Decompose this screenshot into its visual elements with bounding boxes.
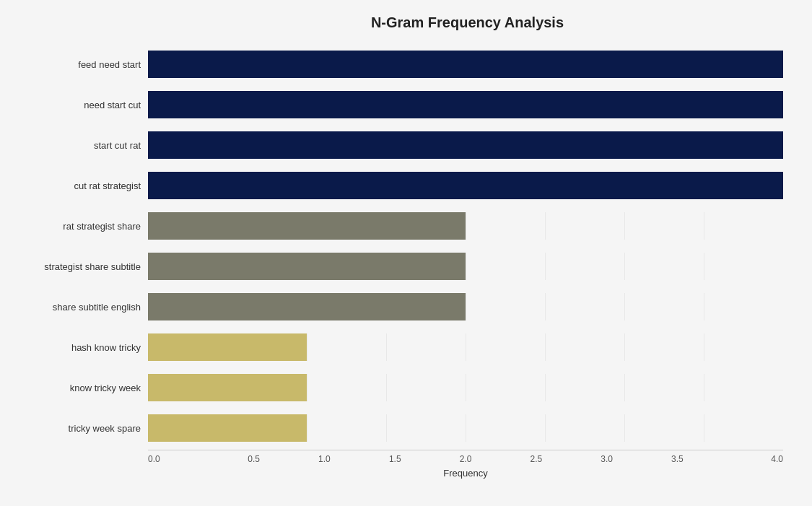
bar-track — [148, 333, 783, 361]
x-tick: 1.0 — [289, 454, 360, 464]
bar-row: cut rat strategist — [14, 167, 783, 204]
bar-track — [148, 131, 783, 159]
bar-fill — [148, 172, 783, 199]
x-axis-area: 0.00.51.01.52.02.53.03.54.0 Frequency — [148, 450, 783, 486]
bar-label: know tricky week — [14, 383, 148, 393]
bar-track — [148, 91, 783, 118]
x-tick: 4.0 — [712, 454, 783, 464]
x-tick: 1.5 — [359, 454, 430, 464]
bar-label: cut rat strategist — [14, 180, 148, 191]
bar-fill — [148, 253, 466, 280]
bar-fill — [148, 414, 307, 442]
bar-track — [148, 293, 783, 320]
bar-label: rat strategist share — [14, 221, 148, 232]
bar-row: rat strategist share — [14, 207, 783, 245]
bar-fill — [148, 212, 466, 240]
bar-row: strategist share subtitle — [14, 248, 783, 285]
bar-track — [148, 374, 783, 401]
bar-fill — [148, 131, 783, 159]
x-ticks: 0.00.51.01.52.02.53.03.54.0 — [148, 450, 783, 464]
chart-area: feed need startneed start cutstart cut r… — [14, 45, 783, 450]
bar-label: start cut rat — [14, 140, 148, 151]
x-axis-label: Frequency — [148, 468, 783, 479]
bar-fill — [148, 51, 783, 78]
bar-label: strategist share subtitle — [14, 261, 148, 272]
bar-track — [148, 51, 783, 78]
bar-fill — [148, 374, 307, 401]
bar-row: feed need start — [14, 45, 783, 83]
x-tick: 3.5 — [642, 454, 712, 464]
bar-row: hash know tricky — [14, 328, 783, 366]
bar-track — [148, 253, 783, 280]
bar-row: tricky week spare — [14, 409, 783, 447]
bar-label: share subtitle english — [14, 302, 148, 313]
bar-fill — [148, 293, 466, 320]
x-tick: 2.5 — [501, 454, 572, 464]
bar-fill — [148, 333, 307, 361]
x-tick: 0.5 — [219, 454, 289, 464]
bar-row: need start cut — [14, 86, 783, 123]
x-tick: 2.0 — [430, 454, 501, 464]
bar-row: start cut rat — [14, 126, 783, 164]
bar-track — [148, 212, 783, 240]
x-tick: 3.0 — [572, 454, 642, 464]
x-tick: 0.0 — [148, 454, 219, 464]
bar-track — [148, 172, 783, 199]
bar-label: need start cut — [14, 100, 148, 110]
chart-container: N-Gram Frequency Analysis feed need star… — [0, 0, 812, 506]
bar-label: hash know tricky — [14, 342, 148, 353]
bar-row: know tricky week — [14, 369, 783, 406]
bar-label: tricky week spare — [14, 423, 148, 434]
bar-fill — [148, 91, 783, 118]
bar-label: feed need start — [14, 59, 148, 70]
chart-title: N-Gram Frequency Analysis — [152, 14, 783, 31]
bar-row: share subtitle english — [14, 288, 783, 326]
bar-track — [148, 414, 783, 442]
